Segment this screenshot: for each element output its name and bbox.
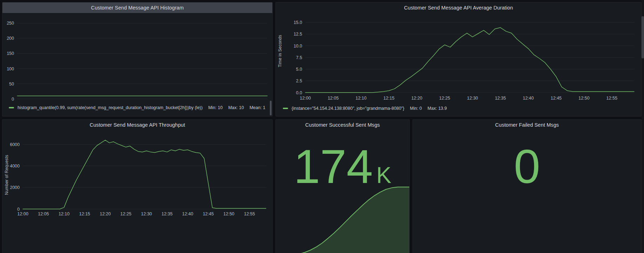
panel-histogram: Customer Send Message API Histogram 0501… xyxy=(2,2,273,116)
svg-text:7.5: 7.5 xyxy=(296,55,302,60)
svg-text:12:45: 12:45 xyxy=(203,211,214,216)
svg-text:12:35: 12:35 xyxy=(162,211,173,216)
legend-scrollbar[interactable] xyxy=(270,101,272,115)
svg-text:250: 250 xyxy=(7,21,14,26)
svg-text:12:10: 12:10 xyxy=(356,96,366,101)
svg-text:12:10: 12:10 xyxy=(59,211,70,216)
svg-text:12:55: 12:55 xyxy=(244,211,255,216)
avg-duration-chart[interactable]: 0.02.55.07.510.012.515.012:0012:0512:101… xyxy=(276,13,641,102)
series-color-swatch xyxy=(283,108,288,109)
svg-text:12:00: 12:00 xyxy=(300,96,311,101)
svg-text:12:20: 12:20 xyxy=(100,211,111,216)
svg-text:4000: 4000 xyxy=(10,164,20,169)
success-stat-value: 174K xyxy=(276,143,409,190)
svg-text:12:35: 12:35 xyxy=(495,96,506,101)
svg-text:10.0: 10.0 xyxy=(294,44,302,49)
svg-text:15.0: 15.0 xyxy=(294,20,302,25)
svg-text:12:05: 12:05 xyxy=(328,96,339,101)
svg-text:150: 150 xyxy=(7,51,14,56)
svg-text:12:05: 12:05 xyxy=(38,211,49,216)
stat-number: 174 xyxy=(294,140,373,193)
svg-text:12:55: 12:55 xyxy=(606,96,617,101)
y-axis-title: Time in Seconds xyxy=(278,35,282,67)
svg-text:5.0: 5.0 xyxy=(296,67,302,72)
svg-text:12:45: 12:45 xyxy=(551,96,561,101)
panel-avg-duration: Customer Send Message API Average Durati… xyxy=(275,2,642,116)
svg-text:2.5: 2.5 xyxy=(296,78,302,83)
panel-title[interactable]: Customer Successful Sent Msgs xyxy=(305,122,380,128)
panel-title[interactable]: Customer Send Message API Histogram xyxy=(91,5,184,11)
svg-text:12:00: 12:00 xyxy=(17,211,28,216)
svg-text:12.5: 12.5 xyxy=(294,32,302,37)
throughput-chart[interactable]: 020004000600012:0012:0512:1012:1512:2012… xyxy=(2,130,272,218)
legend-min: Min: 0 xyxy=(410,106,422,111)
svg-text:12:25: 12:25 xyxy=(121,211,131,216)
stat-number: 0 xyxy=(514,140,540,193)
panel-avg-duration-header[interactable]: Customer Send Message API Average Durati… xyxy=(276,2,641,13)
svg-text:12:40: 12:40 xyxy=(523,96,534,101)
panel-failed-stat: Customer Failed Sent Msgs 0 xyxy=(412,119,642,253)
svg-text:12:15: 12:15 xyxy=(79,211,90,216)
panel-histogram-header[interactable]: Customer Send Message API Histogram xyxy=(2,2,272,13)
panel-title[interactable]: Customer Send Message API Throughput xyxy=(90,122,185,128)
panel-throughput: Customer Send Message API Throughput Num… xyxy=(2,119,273,253)
panel-failed-header[interactable]: Customer Failed Sent Msgs xyxy=(413,120,641,130)
svg-text:12:50: 12:50 xyxy=(223,211,234,216)
svg-text:0.0: 0.0 xyxy=(296,90,302,95)
svg-text:12:20: 12:20 xyxy=(411,96,422,101)
legend-min: Min: 10 xyxy=(208,105,223,110)
legend-mean: Mean: 1 xyxy=(249,105,265,110)
panel-success-header[interactable]: Customer Successful Sent Msgs xyxy=(276,120,409,130)
panel-success-stat: Customer Successful Sent Msgs 174K xyxy=(275,119,410,253)
svg-text:100: 100 xyxy=(7,67,14,71)
svg-text:50: 50 xyxy=(9,82,14,87)
svg-text:12:30: 12:30 xyxy=(141,211,152,216)
svg-text:0: 0 xyxy=(17,207,20,212)
svg-text:2000: 2000 xyxy=(10,185,20,190)
failed-stat-value: 0 xyxy=(413,143,641,190)
y-axis-title: Number of Requests xyxy=(4,155,9,195)
svg-text:12:30: 12:30 xyxy=(467,96,478,101)
legend-max: Max: 10 xyxy=(228,105,244,110)
stat-unit: K xyxy=(376,163,391,188)
svg-text:12:25: 12:25 xyxy=(439,96,450,101)
svg-text:200: 200 xyxy=(7,36,14,41)
panel-throughput-header[interactable]: Customer Send Message API Throughput xyxy=(2,120,272,130)
series-label[interactable]: {instance="54.154.24.138:8080", job="gra… xyxy=(292,106,404,111)
histogram-legend: histogram_quantile(0.99, sum(rate(send_m… xyxy=(2,102,272,110)
svg-text:12:15: 12:15 xyxy=(383,96,394,101)
svg-text:12:50: 12:50 xyxy=(579,96,590,101)
svg-text:12:40: 12:40 xyxy=(182,211,193,216)
page-scrollbar[interactable] xyxy=(642,0,644,253)
histogram-chart[interactable]: 050100150200250 xyxy=(2,13,272,102)
series-color-swatch xyxy=(9,107,14,108)
legend-max: Max: 13.9 xyxy=(428,106,447,111)
panel-title[interactable]: Customer Failed Sent Msgs xyxy=(495,122,559,128)
panel-title[interactable]: Customer Send Message API Average Durati… xyxy=(404,5,513,11)
svg-text:6000: 6000 xyxy=(10,142,20,147)
page-scrollbar-thumb[interactable] xyxy=(642,16,644,58)
avg-duration-legend: {instance="54.154.24.138:8080", job="gra… xyxy=(276,102,641,111)
svg-text:0: 0 xyxy=(12,97,14,102)
series-label[interactable]: histogram_quantile(0.99, sum(rate(send_m… xyxy=(18,105,203,110)
